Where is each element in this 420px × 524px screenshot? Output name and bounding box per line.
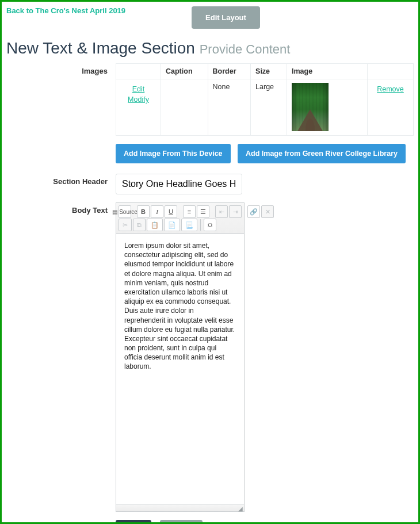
cancel-button[interactable]: Cancel	[160, 520, 203, 524]
editor-resize-handle[interactable]	[116, 504, 244, 511]
add-image-device-button[interactable]: Add Image From This Device	[116, 144, 231, 163]
label-section-header: Section Header	[6, 174, 116, 194]
cell-image	[287, 79, 368, 136]
page-title-subtitle: Provide Content	[200, 42, 291, 56]
editor-toolbar: ▤ Source B I U ≡ ☰ ⇤ ⇥ 🔗	[116, 203, 244, 234]
image-thumbnail	[292, 83, 329, 131]
col-size: Size	[251, 64, 287, 79]
toolbar-paste-word-button[interactable]: 📃	[181, 219, 197, 231]
unlink-icon: ✕	[265, 208, 270, 216]
remove-image-link[interactable]: Remove	[372, 85, 408, 93]
editor-body[interactable]: Lorem ipsum dolor sit amet, consectetur …	[116, 234, 244, 504]
toolbar-italic-button[interactable]: I	[151, 205, 163, 218]
col-caption: Caption	[161, 64, 208, 79]
modify-image-link[interactable]: Modify	[121, 95, 156, 104]
cell-size: Large	[251, 79, 287, 136]
add-image-library-button[interactable]: Add Image from Green River College Libra…	[238, 144, 406, 163]
toolbar-unordered-list-button[interactable]: ☰	[197, 205, 209, 218]
link-icon: 🔗	[250, 208, 258, 216]
col-image: Image	[287, 64, 368, 79]
page-frame: Back to The Cro's Nest April 2019 Edit L…	[0, 0, 420, 524]
toolbar-indent-button[interactable]: ⇥	[229, 205, 242, 218]
toolbar-outdent-button[interactable]: ⇤	[215, 205, 228, 218]
edit-layout-button[interactable]: Edit Layout	[192, 6, 260, 29]
page-title-main: New Text & Image Section	[6, 39, 195, 57]
paste-icon: 📋	[151, 221, 159, 229]
paste-word-icon: 📃	[185, 221, 193, 229]
unordered-list-icon: ☰	[200, 208, 206, 216]
table-row: Edit Modify None Large Remove	[116, 79, 414, 136]
cell-border: None	[208, 79, 250, 136]
paste-text-icon: 📄	[168, 221, 176, 229]
page-title: New Text & Image Section Provide Content	[6, 39, 414, 58]
ordered-list-icon: ≡	[188, 208, 191, 215]
toolbar-source-button[interactable]: ▤ Source	[119, 205, 131, 218]
section-header-input[interactable]	[116, 174, 242, 194]
toolbar-separator	[200, 219, 201, 231]
toolbar-paste-button[interactable]: 📋	[147, 219, 163, 231]
table-header-row: Caption Border Size Image	[116, 64, 414, 79]
copy-icon: ⧉	[137, 221, 142, 229]
cell-caption	[161, 79, 208, 136]
images-table: Caption Border Size Image Edit Modify	[116, 63, 414, 136]
toolbar-copy-button[interactable]: ⧉	[133, 219, 146, 231]
back-link[interactable]: Back to The Cro's Nest April 2019	[6, 6, 125, 15]
label-images: Images	[6, 63, 116, 136]
indent-icon: ⇥	[233, 208, 238, 216]
toolbar-ordered-list-button[interactable]: ≡	[183, 205, 196, 218]
toolbar-paste-text-button[interactable]: 📄	[164, 219, 180, 231]
toolbar-link-button[interactable]: 🔗	[247, 205, 260, 218]
edit-image-link[interactable]: Edit	[121, 85, 156, 93]
col-border: Border	[208, 64, 250, 79]
save-button[interactable]: Save	[116, 520, 151, 524]
cut-icon: ✂	[123, 221, 128, 229]
toolbar-source-label: Source	[119, 209, 138, 215]
label-body-text: Body Text	[6, 202, 116, 512]
rich-text-editor: ▤ Source B I U ≡ ☰ ⇤ ⇥ 🔗	[116, 202, 245, 512]
toolbar-special-char-button[interactable]: Ω	[204, 219, 216, 231]
toolbar-underline-button[interactable]: U	[165, 205, 177, 218]
toolbar-cut-button[interactable]: ✂	[119, 219, 132, 231]
toolbar-bold-button[interactable]: B	[137, 205, 150, 218]
document-icon: ▤	[112, 209, 117, 215]
toolbar-unlink-button[interactable]: ✕	[261, 205, 274, 218]
outdent-icon: ⇤	[219, 208, 224, 216]
